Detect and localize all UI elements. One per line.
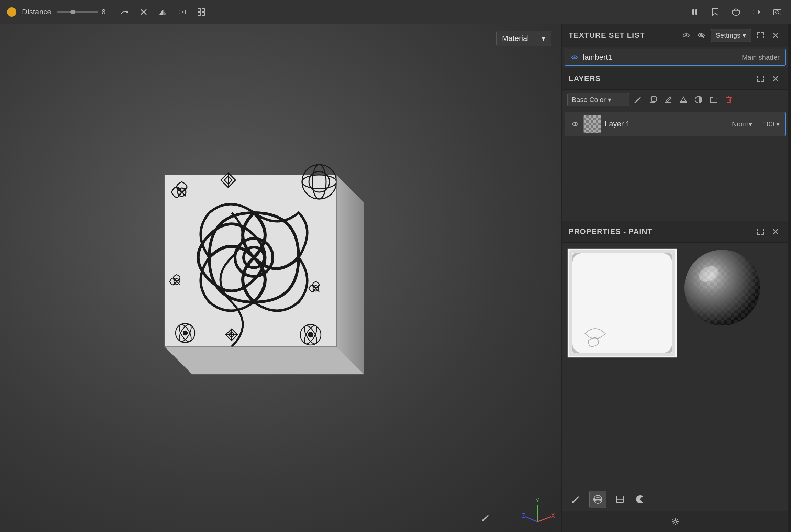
- layers-title: LAYERS: [569, 74, 601, 83]
- base-color-label: Base Color: [572, 96, 606, 104]
- grid-icon[interactable]: [194, 5, 208, 19]
- material-dropdown[interactable]: Material ▾: [496, 31, 551, 46]
- svg-point-68: [685, 34, 687, 36]
- texture-item-lambert1[interactable]: lambert1 Main shader: [565, 49, 786, 66]
- layer-folder-icon[interactable]: [708, 93, 720, 106]
- camera-photo-icon[interactable]: [770, 5, 784, 19]
- properties-title: PROPERTIES - PAINT: [569, 227, 653, 236]
- layer-clone-icon[interactable]: [647, 93, 659, 106]
- wrap-icon[interactable]: [175, 5, 189, 19]
- paint-brush-icon[interactable]: [479, 511, 493, 524]
- svg-rect-20: [776, 9, 778, 10]
- svg-point-109: [674, 520, 677, 523]
- settings-button[interactable]: Settings ▾: [711, 29, 751, 42]
- texture-set-header-icons: Settings ▾: [680, 29, 781, 42]
- properties-close-icon[interactable]: [770, 226, 781, 237]
- layer-name: Layer 1: [605, 120, 728, 129]
- prop-texture-thumbnail[interactable]: [567, 248, 677, 358]
- layer-row-1[interactable]: Layer 1 Norm▾ 100 ▾: [565, 112, 786, 136]
- properties-content: [562, 243, 788, 364]
- viewport-3d: Material ▾ Y X Z: [0, 24, 561, 532]
- svg-rect-82: [680, 101, 687, 103]
- distance-slider[interactable]: [57, 11, 98, 13]
- distance-value: 8: [102, 8, 112, 16]
- layer-fill-icon[interactable]: [677, 93, 690, 106]
- layer-edit-icon[interactable]: [662, 93, 675, 106]
- svg-text:Y: Y: [536, 498, 539, 503]
- texture-set-eye-off-icon[interactable]: [695, 30, 707, 41]
- toolbar-logo: [7, 7, 16, 17]
- svg-rect-11: [695, 9, 697, 15]
- pause-icon[interactable]: [688, 5, 702, 19]
- layer-eye-icon[interactable]: [570, 119, 580, 129]
- prop-paint-brush-icon[interactable]: [567, 491, 584, 508]
- svg-marker-12: [713, 9, 718, 15]
- paint-brush-tool-icon[interactable]: [632, 93, 644, 106]
- distance-slider-container: 8: [57, 8, 112, 16]
- svg-point-55: [308, 332, 313, 337]
- properties-header: PROPERTIES - PAINT: [562, 221, 788, 243]
- texture-set-eye-icon[interactable]: [680, 30, 692, 41]
- prop-globe-icon[interactable]: [589, 491, 606, 508]
- svg-line-61: [537, 517, 551, 522]
- texture-item-eye-icon[interactable]: [570, 53, 579, 62]
- svg-rect-84: [727, 97, 731, 103]
- svg-rect-9: [202, 13, 205, 15]
- layers-close-icon[interactable]: [770, 73, 781, 85]
- settings-arrow-icon: ▾: [743, 31, 746, 40]
- texture-set-close-icon[interactable]: [770, 30, 781, 41]
- base-color-arrow-icon: ▾: [608, 96, 611, 104]
- properties-header-icons: [755, 226, 781, 237]
- right-scrollbar[interactable]: [788, 24, 791, 532]
- svg-rect-99: [683, 248, 762, 327]
- viewport-bottom-icons: [479, 511, 493, 524]
- prop-moon-icon[interactable]: [633, 491, 650, 508]
- layer-delete-icon[interactable]: [723, 93, 735, 106]
- settings-label: Settings: [716, 32, 740, 40]
- layer-opacity: 100 ▾: [759, 120, 780, 128]
- texture-set-expand-icon[interactable]: [755, 30, 766, 41]
- properties-bottom-toolbar: [562, 487, 788, 511]
- svg-marker-3: [159, 9, 163, 15]
- svg-point-66: [482, 519, 484, 521]
- symmetry-icon[interactable]: [156, 5, 170, 19]
- viewport[interactable]: Material ▾ Y X Z: [0, 24, 561, 532]
- svg-text:Z: Z: [522, 513, 525, 519]
- base-color-dropdown[interactable]: Base Color ▾: [567, 93, 629, 106]
- prop-settings-icon[interactable]: [668, 515, 682, 529]
- svg-marker-25: [336, 175, 364, 374]
- svg-point-47: [183, 331, 187, 335]
- svg-point-0: [126, 11, 128, 13]
- properties-panel: PROPERTIES - PAINT: [562, 221, 788, 532]
- cross-icon[interactable]: [137, 5, 151, 19]
- layer-blend-mode: Norm▾: [732, 120, 752, 128]
- axis-indicator: Y X Z: [520, 498, 555, 525]
- smooth-icon[interactable]: [118, 5, 131, 19]
- svg-rect-93: [568, 249, 677, 357]
- svg-rect-16: [753, 10, 758, 14]
- layers-expand-icon[interactable]: [755, 73, 766, 85]
- layer-mask-icon[interactable]: [692, 93, 705, 106]
- prop-square-icon[interactable]: [611, 491, 628, 508]
- properties-expand-icon[interactable]: [755, 226, 766, 237]
- svg-marker-59: [165, 347, 364, 374]
- layers-header-icons: [755, 73, 781, 85]
- svg-point-101: [572, 501, 574, 503]
- bookmark-icon[interactable]: [709, 5, 722, 19]
- main-content: Material ▾ Y X Z: [0, 24, 791, 532]
- prop-sphere-thumbnail[interactable]: [683, 248, 762, 358]
- distance-label: Distance: [22, 8, 52, 16]
- svg-point-19: [776, 11, 779, 14]
- svg-rect-80: [651, 97, 656, 101]
- material-label: Material: [502, 34, 529, 43]
- cube-3d-render: [137, 147, 398, 409]
- svg-rect-6: [198, 9, 201, 11]
- svg-point-90: [575, 123, 576, 125]
- layers-panel: LAYERS Base Color ▾: [562, 68, 788, 221]
- camera-video-icon[interactable]: [750, 5, 764, 19]
- svg-line-62: [525, 517, 537, 522]
- svg-marker-4: [163, 9, 166, 15]
- texture-set-panel: TEXTURE SET LIST Settings ▾: [562, 24, 788, 68]
- cube-view-icon[interactable]: [729, 5, 743, 19]
- svg-rect-94: [571, 252, 674, 355]
